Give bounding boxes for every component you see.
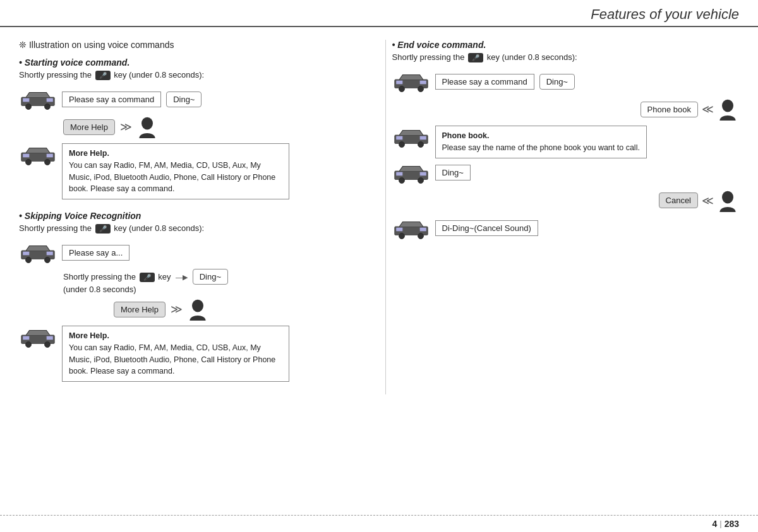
svg-rect-20 [23, 336, 30, 340]
footer-divider: | [719, 519, 721, 529]
car-icon-4 [19, 326, 57, 348]
svg-rect-3 [23, 98, 30, 102]
car-icon-7 [392, 162, 430, 184]
skipping-title: • Skipping Voice Recognition [19, 211, 366, 221]
svg-point-41 [418, 233, 423, 239]
skipping-say-box: Please say a... [62, 245, 129, 261]
footer-section: 4 [712, 519, 717, 529]
svg-rect-42 [396, 227, 403, 231]
svg-point-13 [45, 257, 51, 263]
svg-point-40 [399, 233, 404, 239]
car-icon-1 [19, 88, 57, 110]
head-icon-4 [716, 189, 739, 212]
starting-multiline-title: More Help. [69, 149, 109, 158]
svg-point-19 [45, 342, 51, 348]
starting-section: • Starting voice command. Shortly pressi… [19, 57, 366, 199]
starting-title: • Starting voice command. [19, 57, 366, 68]
svg-point-30 [418, 142, 423, 148]
skipping-multiline-body: You can say Radio, FM, AM, Media, CD, US… [69, 343, 275, 376]
svg-point-12 [26, 257, 32, 263]
starting-multiline-box: More Help. You can say Radio, FM, AM, Me… [62, 143, 289, 199]
voice-key-icon-3: 🎤 [140, 273, 155, 282]
end-voice-section: • End voice command. Shortly pressing th… [392, 40, 740, 240]
left-column: ❊ Illustration on using voice commands •… [19, 40, 373, 394]
starting-more-help-row: More Help ≫ [63, 115, 366, 138]
end-car-row1: Please say a command Ding~ [392, 70, 740, 93]
skipping-more-help-btn[interactable]: More Help [114, 302, 165, 317]
phone-book-row: Phone book ≪ [392, 98, 740, 121]
arrow-icon-1: —▶ [176, 273, 188, 281]
svg-point-8 [45, 160, 51, 165]
page-header: Features of your vehicle [0, 0, 758, 27]
starting-subtitle: Shortly pressing the 🎤 key (under 0.8 se… [19, 70, 366, 80]
end-phone-multiline-box: Phone book. Please say the name of the p… [435, 126, 647, 158]
speak-lines-1: ≫ [120, 120, 129, 134]
right-column: • End voice command. Shortly pressing th… [385, 40, 740, 394]
car-icon-8 [392, 217, 430, 240]
svg-rect-4 [47, 98, 54, 102]
skipping-subtitle: Shortly pressing the 🎤 key (under 0.8 se… [19, 223, 366, 233]
main-content: ❊ Illustration on using voice commands •… [0, 27, 758, 401]
skipping-multiline-box: More Help. You can say Radio, FM, AM, Me… [62, 326, 289, 382]
starting-ding-box: Ding~ [166, 92, 202, 107]
svg-point-5 [141, 117, 153, 130]
svg-rect-37 [419, 172, 426, 175]
starting-car-row2: More Help. You can say Radio, FM, AM, Me… [19, 143, 366, 199]
footer-page-number: 283 [725, 519, 739, 529]
car-icon-6 [392, 126, 430, 148]
starting-more-help-btn[interactable]: More Help [63, 119, 115, 135]
svg-point-29 [399, 142, 404, 148]
end-voice-title: • End voice command. [392, 40, 740, 50]
svg-point-7 [26, 160, 32, 165]
svg-point-23 [399, 86, 404, 92]
svg-rect-43 [419, 227, 426, 231]
svg-point-18 [26, 342, 32, 348]
end-car-row4: Di-Ding~(Cancel Sound) [392, 217, 740, 240]
speak-lines-2: ≫ [171, 302, 180, 316]
svg-rect-10 [47, 154, 54, 158]
svg-point-16 [192, 300, 203, 312]
skipping-press-row: Shortly pressing the 🎤 key —▶ Ding~ (und… [63, 269, 366, 294]
cancel-row: Cancel ≪ [392, 189, 740, 212]
voice-key-icon: 🎤 [95, 71, 111, 80]
svg-point-27 [722, 100, 733, 112]
speak-lines-3: ≪ [702, 102, 711, 116]
skipping-ding-box: Ding~ [193, 269, 228, 285]
end-ding2-box: Ding~ [435, 165, 471, 180]
head-icon-2 [186, 298, 209, 321]
end-say-command-box: Please say a command [435, 74, 534, 90]
end-car-row3: Ding~ [392, 162, 740, 184]
svg-rect-15 [47, 252, 54, 256]
svg-rect-36 [396, 172, 403, 175]
svg-point-38 [722, 191, 733, 203]
svg-point-2 [45, 104, 51, 110]
voice-key-icon-4: 🎤 [468, 53, 483, 62]
svg-point-24 [418, 86, 423, 92]
cancel-btn[interactable]: Cancel [659, 192, 698, 208]
phone-book-btn: Phone book [641, 102, 698, 117]
svg-rect-25 [396, 81, 403, 85]
skipping-section: • Skipping Voice Recognition Shortly pre… [19, 211, 366, 382]
end-voice-subtitle: Shortly pressing the 🎤 key (under 0.8 se… [392, 52, 740, 62]
svg-rect-31 [396, 136, 403, 140]
svg-rect-9 [23, 154, 30, 158]
head-icon-3 [716, 98, 739, 121]
car-icon-5 [392, 70, 430, 93]
page-footer: 4 | 283 [0, 515, 758, 532]
speak-lines-4: ≪ [702, 194, 711, 208]
section-label: ❊ Illustration on using voice commands [19, 40, 366, 50]
end-phone-multiline-body: Please say the name of the phone book yo… [442, 143, 640, 152]
svg-point-34 [399, 177, 404, 183]
page-title: Features of your vehicle [591, 6, 739, 23]
svg-rect-32 [419, 136, 426, 140]
svg-point-35 [418, 177, 423, 183]
skipping-multiline-title: More Help. [69, 331, 109, 340]
svg-rect-21 [47, 336, 54, 340]
skipping-more-help-row: More Help ≫ [114, 298, 366, 321]
end-ding-box: Ding~ [539, 74, 575, 90]
head-icon-1 [136, 115, 159, 138]
skipping-car-row2: More Help. You can say Radio, FM, AM, Me… [19, 326, 366, 382]
skipping-car-row1: Please say a... [19, 241, 366, 264]
car-icon-3 [19, 241, 57, 264]
voice-key-icon-2: 🎤 [95, 224, 111, 233]
